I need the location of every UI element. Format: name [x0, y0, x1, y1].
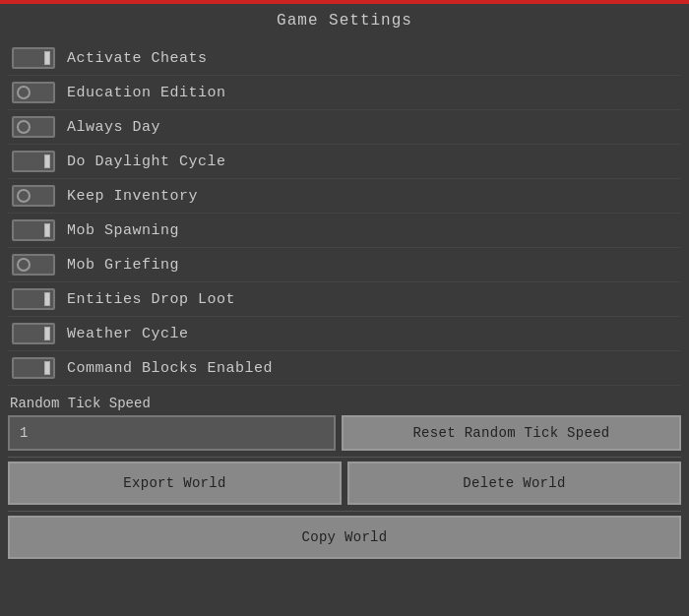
setting-label: Weather Cycle: [67, 326, 189, 342]
setting-row: Mob Griefing: [8, 248, 681, 282]
setting-label: Entities Drop Loot: [67, 291, 235, 308]
setting-row: Always Day: [8, 110, 681, 145]
setting-label: Always Day: [67, 119, 160, 136]
setting-label: Do Daylight Cycle: [67, 154, 226, 170]
toggle-command-blocks-enabled[interactable]: [12, 357, 55, 379]
setting-label: Command Blocks Enabled: [67, 360, 273, 377]
setting-row: Mob Spawning: [8, 214, 681, 248]
setting-label: Mob Spawning: [67, 222, 179, 239]
toggle-mob-spawning[interactable]: [12, 219, 55, 241]
toggle-do-daylight-cycle[interactable]: [12, 151, 55, 172]
setting-row: Command Blocks Enabled: [8, 351, 681, 386]
bottom-section: Random Tick Speed Reset Random Tick Spee…: [0, 390, 689, 565]
setting-row: Education Edition: [8, 76, 681, 110]
setting-label: Activate Cheats: [67, 50, 208, 67]
page-title: Game Settings: [277, 12, 412, 30]
setting-row: Entities Drop Loot: [8, 282, 681, 317]
setting-row: Weather Cycle: [8, 317, 681, 351]
toggle-education-edition[interactable]: [12, 82, 55, 103]
setting-row: Keep Inventory: [8, 179, 681, 214]
toggle-entities-drop-loot[interactable]: [12, 288, 55, 310]
toggle-always-day[interactable]: [12, 116, 55, 138]
setting-label: Keep Inventory: [67, 188, 198, 205]
setting-label: Mob Griefing: [67, 257, 179, 274]
title-bar: Game Settings: [0, 0, 689, 37]
toggle-activate-cheats[interactable]: [12, 47, 55, 69]
toggle-weather-cycle[interactable]: [12, 323, 55, 344]
toggle-mob-griefing[interactable]: [12, 254, 55, 276]
export-world-button[interactable]: Export World: [8, 462, 342, 505]
setting-row: Do Daylight Cycle: [8, 145, 681, 179]
toggle-keep-inventory[interactable]: [12, 185, 55, 207]
tick-speed-input[interactable]: [8, 415, 336, 451]
random-tick-label: Random Tick Speed: [8, 396, 681, 411]
reset-tick-button[interactable]: Reset Random Tick Speed: [342, 415, 681, 451]
delete-world-button[interactable]: Delete World: [347, 462, 681, 505]
copy-world-button[interactable]: Copy World: [8, 516, 681, 559]
setting-label: Education Edition: [67, 85, 226, 101]
setting-row: Activate Cheats: [8, 41, 681, 76]
settings-container: Activate CheatsEducation EditionAlways D…: [0, 37, 689, 390]
